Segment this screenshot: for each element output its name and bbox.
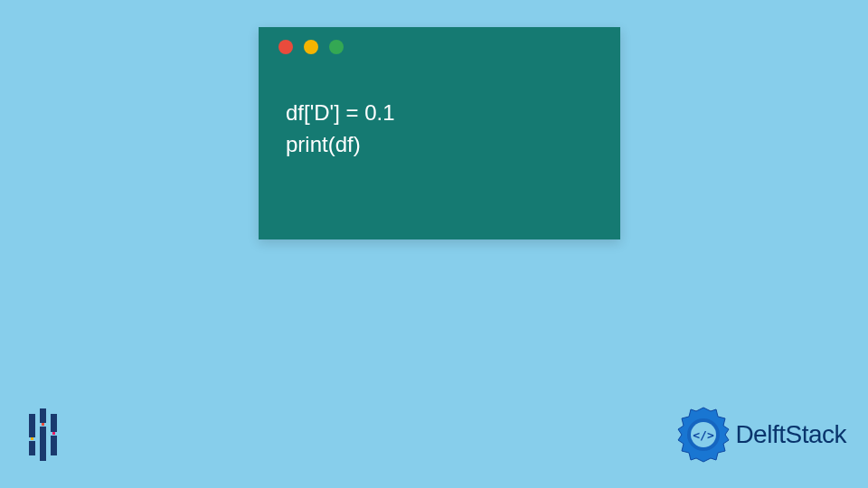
code-line-2: print(df) <box>286 129 604 161</box>
brand-logo: </> DelftStack <box>674 405 846 465</box>
svg-rect-6 <box>31 437 33 440</box>
window-traffic-lights <box>259 27 620 63</box>
svg-rect-5 <box>51 436 57 455</box>
maximize-dot-icon <box>329 40 344 54</box>
svg-text:</>: </> <box>693 428 715 442</box>
code-body: df['D'] = 0.1 print(df) <box>259 63 620 177</box>
minimize-dot-icon <box>304 40 318 54</box>
close-dot-icon <box>278 40 293 54</box>
svg-rect-0 <box>29 414 35 437</box>
code-line-1: df['D'] = 0.1 <box>286 98 604 129</box>
svg-rect-1 <box>29 441 35 455</box>
svg-rect-2 <box>40 408 46 423</box>
brand-badge-icon: </> <box>674 405 733 465</box>
svg-rect-8 <box>52 432 55 435</box>
svg-rect-3 <box>40 427 46 461</box>
brand-name: DelftStack <box>735 420 846 449</box>
secondary-logo-icon <box>25 408 69 461</box>
svg-rect-7 <box>42 423 44 426</box>
svg-rect-4 <box>51 414 57 432</box>
code-window: df['D'] = 0.1 print(df) <box>259 27 620 239</box>
